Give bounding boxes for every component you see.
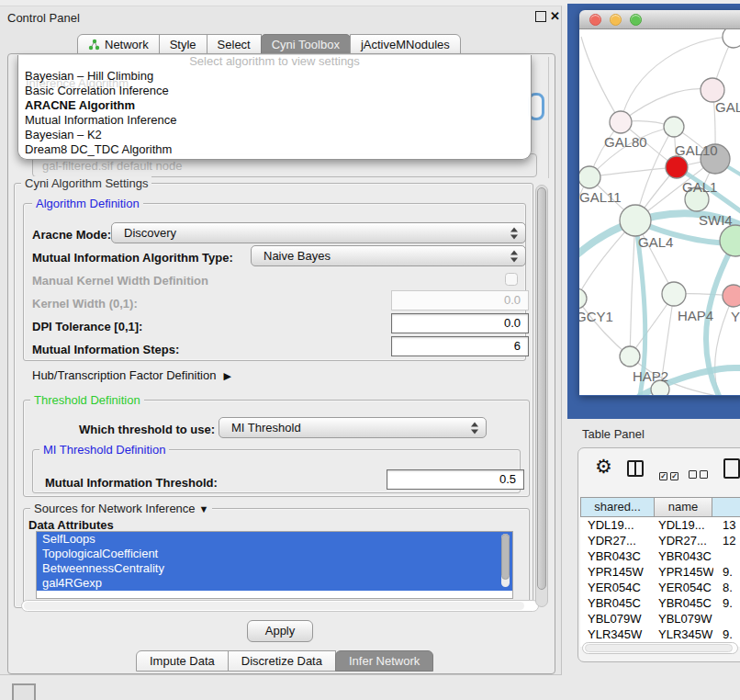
- table-cell: YPR145W: [655, 564, 713, 580]
- table-cell: 9.: [713, 595, 740, 611]
- mi-type-label: Mutual Information Algorithm Type:: [32, 251, 233, 265]
- close-icon[interactable]: ✕: [550, 9, 560, 23]
- zoom-traffic-light[interactable]: [630, 14, 642, 26]
- kernel-width-field[interactable]: 0.0: [391, 290, 529, 310]
- network-window-titlebar[interactable]: [579, 10, 740, 29]
- aracne-mode-combo[interactable]: Discovery: [111, 222, 526, 243]
- node-top[interactable]: [723, 29, 740, 48]
- table-horizontal-scrollbar[interactable]: [582, 642, 738, 654]
- algorithm-option[interactable]: ARACNE Algorithm: [18, 98, 531, 113]
- table-cell: YBR045C: [580, 595, 655, 611]
- settings-scrollbar[interactable]: [535, 185, 548, 607]
- network-edge[interactable]: [589, 167, 677, 177]
- node-green-right[interactable]: [720, 225, 740, 256]
- table-row[interactable]: YBL079WYBL079W: [580, 611, 740, 627]
- node-gal11-label: GAL11: [579, 189, 622, 205]
- hub-definition-toggle[interactable]: Hub/Transcription Factor Definition▶: [32, 368, 231, 382]
- corner-grip-icon[interactable]: [12, 683, 36, 700]
- mi-threshold-label: Mutual Information Threshold:: [45, 476, 218, 490]
- list-scrollbar[interactable]: [501, 534, 510, 587]
- data-attribute-item[interactable]: gal4RGexp: [37, 576, 512, 591]
- network-icon: [88, 39, 100, 51]
- mi-type-value: Naive Bayes: [263, 249, 331, 263]
- table-row[interactable]: YER054CYER054C8.: [580, 580, 740, 595]
- table-row[interactable]: YPR145WYPR145W9.: [580, 564, 740, 580]
- table-row[interactable]: YBR043CYBR043C: [580, 548, 740, 564]
- data-attributes-label: Data Attributes: [28, 518, 114, 532]
- node-gcy1[interactable]: [579, 288, 587, 309]
- data-attribute-item[interactable]: BetweennessCentrality: [37, 561, 512, 576]
- dpi-tolerance-field[interactable]: 0.0: [391, 313, 529, 333]
- network-canvas[interactable]: GALGAL80GAL10GAL1GAL11SWI4GAL4GCY1HAP4YH…: [579, 29, 740, 395]
- table-toolbar: ⚙ ✓✓: [578, 448, 740, 492]
- node-gal11[interactable]: [579, 166, 600, 188]
- unchecked-box-glyph: [689, 470, 697, 479]
- table-cell: YDR27...: [580, 533, 655, 548]
- select-all-columns-icon[interactable]: ✓✓: [659, 466, 681, 482]
- table-column-header[interactable]: shared...: [580, 497, 655, 517]
- manual-kernel-checkbox[interactable]: [505, 273, 518, 286]
- mi-threshold-field[interactable]: 0.5: [387, 469, 524, 490]
- sources-group-label[interactable]: Sources for Network Inference▼: [30, 502, 212, 515]
- algorithm-option[interactable]: Basic Correlation Inference: [18, 84, 531, 98]
- columns-icon[interactable]: [627, 460, 644, 477]
- mi-type-combo[interactable]: Naive Bayes: [251, 245, 526, 266]
- tab-cyni-toolbox[interactable]: Cyni Toolbox: [261, 34, 351, 54]
- data-attribute-item[interactable]: SelfLoops: [37, 532, 512, 547]
- horizontal-scrollbar-thumb: [24, 602, 524, 610]
- tab-jactivemnodules[interactable]: jActiveMNodules: [350, 34, 461, 54]
- which-threshold-label: Which threshold to use:: [79, 423, 215, 436]
- algorithm-dropdown: Select algorithm to view settings Infere…: [17, 55, 532, 160]
- tab-network[interactable]: Network: [77, 34, 160, 54]
- node-hap2[interactable]: [620, 346, 640, 367]
- mi-steps-field[interactable]: 6: [391, 336, 529, 356]
- algorithm-option[interactable]: Dream8 DC_TDC Algorithm: [18, 142, 531, 157]
- tab-infer-network[interactable]: Infer Network: [335, 650, 433, 672]
- tab-jactivemnodules-label: jActiveMNodules: [361, 38, 450, 51]
- network-edge[interactable]: [630, 220, 635, 356]
- algorithm-option[interactable]: Bayesian – Hill Climbing: [18, 69, 531, 84]
- table-cell: YLR345W: [580, 627, 655, 642]
- node-gal4[interactable]: [620, 205, 651, 236]
- node-gal10[interactable]: [664, 117, 684, 137]
- horizontal-scrollbar[interactable]: [21, 600, 539, 612]
- apply-button[interactable]: Apply: [247, 620, 313, 642]
- close-traffic-light[interactable]: [589, 14, 601, 26]
- node-pink-right[interactable]: [723, 285, 740, 307]
- tab-style[interactable]: Style: [159, 34, 207, 54]
- node-gal1[interactable]: [666, 156, 688, 178]
- gear-icon[interactable]: ⚙: [595, 456, 612, 478]
- unchecked-box-glyph: [700, 470, 708, 479]
- table-row[interactable]: YDR27...YDR27...12: [580, 533, 740, 548]
- network-edge[interactable]: [621, 89, 712, 122]
- tab-select[interactable]: Select: [207, 34, 262, 54]
- table-row[interactable]: YBR045CYBR045C9.: [580, 595, 740, 611]
- table-panel: ⚙ ✓✓ shared...name YDL19...YDL19...13YDR…: [577, 447, 740, 662]
- table-row[interactable]: YLR345WYLR345W9.: [580, 627, 740, 642]
- network-edge[interactable]: [579, 299, 630, 356]
- float-window-icon[interactable]: [535, 11, 546, 22]
- tab-impute-data[interactable]: Impute Data: [136, 650, 229, 672]
- data-attributes-list[interactable]: SelfLoopsTopologicalCoefficientBetweenne…: [36, 531, 513, 599]
- deselect-all-columns-icon[interactable]: [689, 466, 711, 482]
- which-threshold-combo[interactable]: MI Threshold: [219, 417, 487, 438]
- tab-discretize-data[interactable]: Discretize Data: [228, 650, 336, 672]
- table-row[interactable]: YDL19...YDL19...13: [580, 517, 740, 533]
- algorithm-dropdown-list: Bayesian – Hill ClimbingBasic Correlatio…: [18, 69, 531, 157]
- new-table-icon[interactable]: [723, 458, 740, 479]
- data-attribute-item[interactable]: TopologicalCoefficient: [37, 547, 512, 561]
- aracne-mode-value: Discovery: [124, 226, 176, 240]
- network-edge[interactable]: [581, 37, 621, 122]
- table-column-header[interactable]: [712, 497, 740, 517]
- node-hap4[interactable]: [662, 282, 686, 306]
- table-cell: 12: [713, 533, 740, 548]
- node-gal80[interactable]: [610, 111, 632, 133]
- algorithm-option[interactable]: Mutual Information Inference: [18, 113, 531, 128]
- minimize-traffic-light[interactable]: [610, 14, 622, 26]
- table-scrollbar-thumb: [585, 644, 733, 652]
- table-cell: [713, 548, 740, 564]
- dpi-tolerance-label: DPI Tolerance [0,1]:: [32, 320, 142, 333]
- table-column-header[interactable]: name: [654, 497, 712, 517]
- algorithm-option[interactable]: Bayesian – K2: [18, 128, 531, 142]
- table-rows: YDL19...YDL19...13YDR27...YDR27...12YBR0…: [580, 517, 740, 647]
